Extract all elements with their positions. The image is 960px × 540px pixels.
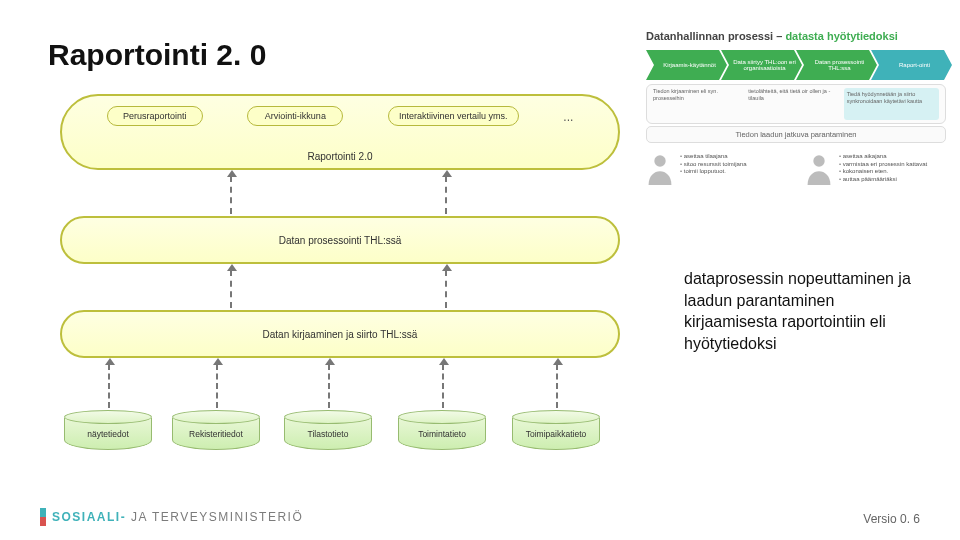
stage-kirjaaminen: Datan kirjaaminen ja siirto THL:ssä bbox=[60, 310, 620, 358]
right-note: dataprosessin nopeuttaminen ja laadun pa… bbox=[684, 268, 920, 354]
inset-title-green: datasta hyötytiedoksi bbox=[785, 30, 897, 42]
cylinder-tilasto: Tilastotieto bbox=[284, 410, 372, 450]
person-icon bbox=[805, 153, 833, 189]
logo-part-1: SOSIAALI- bbox=[52, 510, 126, 524]
chev-prosessointi: Datan prosessointi THL:ssa bbox=[796, 50, 877, 80]
stage-raportointi: Perusraportointi Arviointi-ikkuna Intera… bbox=[60, 94, 620, 170]
cylinder-toiminta: Toimintatieto bbox=[398, 410, 486, 450]
cylinder-toimipaikka: Toimipaikkatieto bbox=[512, 410, 600, 450]
person-icon bbox=[646, 153, 674, 189]
footer: SOSIAALI- JA TERVEYSMINISTERIÖ Versio 0.… bbox=[0, 508, 960, 526]
cylinder-rekisteri: Rekisteritiedot bbox=[172, 410, 260, 450]
person-bullet: asettaa tilaajana bbox=[680, 153, 746, 161]
chev-kirjaamis: Kirjaamis-käytännöt bbox=[646, 50, 727, 80]
person-right: asettaa aikajana varmistaa eri prosessin… bbox=[805, 153, 946, 189]
arrow-up-icon bbox=[445, 176, 447, 214]
person-bullet: auttaa päämääriäksi bbox=[839, 176, 927, 184]
arrow-up-icon bbox=[230, 270, 232, 308]
logo-part-2: JA bbox=[126, 510, 152, 524]
person-bullet: sitoo resurssit toimijana bbox=[680, 161, 746, 169]
arrow-up-icon bbox=[230, 176, 232, 214]
subshelf: Tiedon kirjaaminen eli syn. prosesseihin… bbox=[646, 84, 946, 124]
person-row: asettaa tilaajana sitoo resurssit toimij… bbox=[646, 153, 946, 189]
logo-part-3: TERVEYSMINISTERIÖ bbox=[152, 510, 303, 524]
version-label: Versio 0. 6 bbox=[863, 512, 920, 526]
node-interaktiivinen: Interaktiivinen vertailu yms. bbox=[388, 106, 519, 126]
svg-point-1 bbox=[813, 155, 824, 166]
person-left: asettaa tilaajana sitoo resurssit toimij… bbox=[646, 153, 787, 189]
person-bullet: asettaa aikajana bbox=[839, 153, 927, 161]
arrow-up-icon bbox=[328, 364, 330, 408]
chev-siirto: Data siirtyy THL:oon eri organisaatioist… bbox=[721, 50, 802, 80]
person-bullet: toimii lopputuot. bbox=[680, 168, 746, 176]
logo-bar-icon bbox=[40, 508, 46, 526]
arrow-up-icon bbox=[108, 364, 110, 408]
arrow-up-icon bbox=[442, 364, 444, 408]
inset-process: Datanhallinnan prosessi – datasta hyötyt… bbox=[646, 30, 946, 189]
arrow-up-icon bbox=[216, 364, 218, 408]
node-perusraportointi: Perusraportointi bbox=[107, 106, 203, 126]
raportointi2-label: Raportointi 2.0 bbox=[62, 151, 618, 162]
main-diagram: Perusraportointi Arviointi-ikkuna Intera… bbox=[60, 90, 620, 470]
page-title: Raportointi 2. 0 bbox=[48, 38, 266, 72]
node-more: ... bbox=[563, 106, 573, 124]
cylinder-nayte: näytetiedot bbox=[64, 410, 152, 450]
subcell-2: Tiedä hyödynnetään ja siirto synkronoida… bbox=[844, 88, 939, 120]
inset-title-grey: Datanhallinnan prosessi – bbox=[646, 30, 785, 42]
arrow-up-icon bbox=[556, 364, 558, 408]
arrow-up-icon bbox=[445, 270, 447, 308]
chev-raportointi: Raport-ointi bbox=[871, 50, 952, 80]
improve-bar: Tiedon laadun jatkuva parantaminen bbox=[646, 126, 946, 143]
ministry-logo: SOSIAALI- JA TERVEYSMINISTERIÖ bbox=[40, 508, 303, 526]
svg-point-0 bbox=[654, 155, 665, 166]
person-bullet: kokonaisen eten. bbox=[839, 168, 927, 176]
node-arviointi: Arviointi-ikkuna bbox=[247, 106, 343, 126]
chevron-row: Kirjaamis-käytännöt Data siirtyy THL:oon… bbox=[646, 50, 946, 80]
inset-title: Datanhallinnan prosessi – datasta hyötyt… bbox=[646, 30, 946, 42]
person-bullet: varmistaa eri prosessin kattavat bbox=[839, 161, 927, 169]
stage-prosessointi: Datan prosessointi THL:ssä bbox=[60, 216, 620, 264]
subcell-1: tietolähteitä, eitä tietä oir ollen ja -… bbox=[748, 88, 837, 120]
subcell-0: Tiedon kirjaaminen eli syn. prosesseihin bbox=[653, 88, 742, 120]
